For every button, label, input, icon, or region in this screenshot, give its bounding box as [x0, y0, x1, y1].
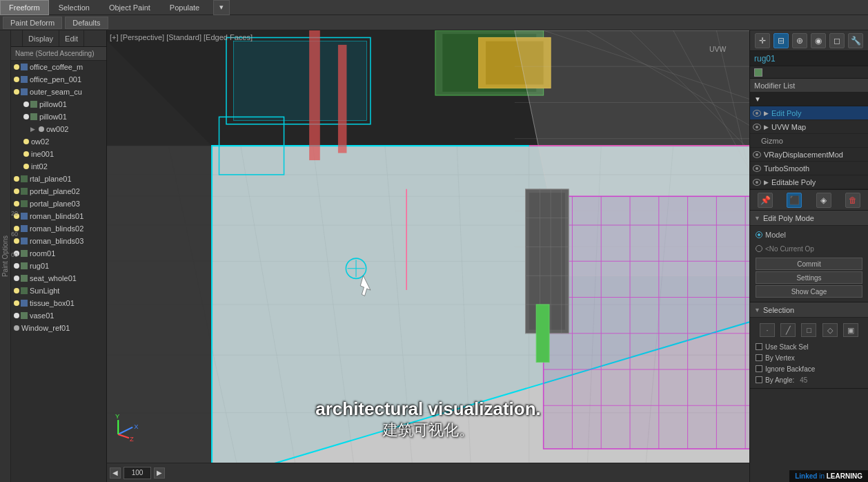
list-item[interactable]: roman_blinds02 [11, 222, 106, 235]
svg-text:X: X [134, 423, 139, 430]
ignore-backface-label: Ignore Backface [765, 365, 815, 373]
list-item[interactable]: int02 [11, 160, 106, 173]
edit-poly-mode-header[interactable]: ▼ Edit Poly Mode [750, 211, 868, 226]
by-vertex-checkbox[interactable] [756, 354, 762, 361]
modifier-dropdown[interactable]: ▼ [750, 93, 868, 106]
svg-text:UVW: UVW [709, 46, 726, 53]
pin-button[interactable]: 📌 [758, 193, 773, 208]
commit-button[interactable]: Commit [756, 258, 862, 270]
extra-icon-button[interactable]: ▾ [213, 0, 230, 15]
value-input[interactable] [124, 467, 151, 479]
modify-icon-button[interactable]: ⊟ [773, 33, 789, 48]
list-item-sunlight[interactable]: rug01 SunLight [11, 285, 106, 297]
populate-button[interactable]: Populate [160, 0, 209, 15]
utilities-icon-button[interactable]: 🔧 [848, 33, 863, 48]
create-icon-button[interactable]: ✛ [755, 33, 770, 48]
list-item[interactable]: portal_plane03 [11, 197, 106, 210]
modifier-vray[interactable]: VRayDisplacementMod [750, 148, 868, 162]
svg-rect-75 [536, 305, 549, 363]
selection-content: · ╱ □ ◇ ▣ Use Stack Sel By Vertex Ignor [750, 318, 868, 389]
edit-poly-mode-content: Model <No Current Op Commit Settings Sho… [750, 226, 868, 302]
model-radio[interactable] [756, 231, 762, 238]
scroll-right-button[interactable]: ▶ [154, 467, 165, 479]
second-toolbar: Paint Deform Defaults [0, 15, 868, 30]
object-paint-button[interactable]: Object Paint [99, 0, 160, 15]
modifier-editable-poly[interactable]: ▶ Editable Poly [750, 175, 868, 189]
color-swatch[interactable] [754, 68, 762, 77]
ignore-backface-checkbox[interactable] [756, 365, 762, 372]
modifier-edit-poly[interactable]: ▶ Edit Poly [750, 106, 868, 120]
list-item[interactable]: roman_blinds03 [11, 235, 106, 247]
tab-edit[interactable]: Edit [59, 30, 84, 46]
object-list[interactable]: office_coffee_m office_pen_001 outer_sea… [11, 61, 106, 482]
svg-rect-27 [338, 45, 347, 153]
eye-icon-edpoly[interactable] [753, 179, 761, 186]
eye-icon-turbo[interactable] [753, 165, 761, 172]
hierarchy-icon-button[interactable]: ⊕ [792, 33, 807, 48]
right-top-icons: ✛ ⊟ ⊕ ◉ ◻ 🔧 [750, 30, 868, 51]
show-result-button[interactable]: ⬛ [787, 193, 802, 208]
list-item[interactable]: room01 [11, 247, 106, 260]
modifier-uvw-map[interactable]: ▶ UVW Map [750, 120, 868, 134]
use-stack-sel-checkbox[interactable] [756, 343, 762, 350]
no-current-radio[interactable] [756, 245, 762, 252]
list-item[interactable]: ▶ ow002 [11, 123, 106, 135]
list-item[interactable]: Window_ref01 [11, 322, 106, 334]
main-layout: Paint Options Display Edit Name (Sorted … [0, 30, 868, 482]
polygon-icon[interactable]: ◇ [822, 323, 838, 337]
element-icon[interactable]: ▣ [843, 323, 858, 337]
defaults-button[interactable]: Defaults [65, 17, 108, 29]
list-header: Name (Sorted Ascending) [11, 47, 106, 61]
selection-button[interactable]: Selection [49, 0, 99, 15]
list-item[interactable]: tissue_box01 [11, 297, 106, 309]
model-label: Model [765, 231, 786, 239]
list-item[interactable]: seat_whole01 [11, 272, 106, 285]
show-cage-button[interactable]: Show Cage [756, 285, 862, 298]
no-current-label: <No Current Op [765, 245, 814, 253]
scroll-left-button[interactable]: ◀ [110, 467, 121, 479]
list-item[interactable]: office_pen_001 [11, 73, 106, 86]
editable-poly-label: Editable Poly [771, 178, 816, 186]
list-item[interactable]: outer_seam_cu [11, 86, 106, 98]
selection-label: Selection [763, 306, 794, 314]
motion-icon-button[interactable]: ◉ [811, 33, 826, 48]
list-item[interactable]: rug01 [11, 260, 106, 272]
uvw-map-label: UVW Map [771, 123, 806, 131]
tab-display[interactable]: Display [23, 30, 59, 46]
svg-text:Z: Z [130, 435, 134, 443]
list-item[interactable]: vase01 [11, 309, 106, 322]
by-angle-checkbox[interactable] [756, 376, 762, 383]
remove-modifier-button[interactable]: 🗑 [845, 193, 860, 208]
list-item[interactable]: pillow01 [11, 98, 106, 110]
viewport[interactable]: X Y Z UVW [+] [Perspective] [Standard] [… [107, 30, 749, 482]
edge-icon[interactable]: ╱ [780, 323, 796, 337]
settings-button[interactable]: Settings [756, 271, 862, 284]
make-unique-button[interactable]: ◈ [816, 193, 831, 208]
selection-header[interactable]: ▼ Selection [750, 302, 868, 318]
eye-icon-edit-poly[interactable] [753, 110, 761, 117]
modifier-turbosmooth[interactable]: TurboSmooth [750, 162, 868, 175]
list-item[interactable]: roman_blinds01 [11, 210, 106, 222]
tab-blank[interactable] [11, 30, 23, 46]
svg-rect-21 [233, 41, 366, 121]
modifier-gizmo[interactable]: Gizmo [750, 134, 868, 148]
paint-deform-button[interactable]: Paint Deform [3, 17, 62, 29]
list-item[interactable]: office_coffee_m [11, 61, 106, 73]
left-panel-tabs: Display Edit [11, 30, 106, 47]
display-icon-button[interactable]: ◻ [829, 33, 845, 48]
eye-icon-uvw[interactable] [753, 124, 761, 131]
by-vertex-label: By Vertex [765, 354, 795, 362]
modifier-buttons-row: 📌 ⬛ ◈ 🗑 [750, 190, 868, 211]
linkedin-badge: Linked in LEARNING [789, 470, 868, 482]
list-item[interactable]: pillow01 [11, 110, 106, 123]
list-item[interactable]: ine001 [11, 148, 106, 160]
edit-poly-mode-label: Edit Poly Mode [763, 214, 814, 222]
list-item[interactable]: portal_plane02 [11, 185, 106, 197]
eye-icon-vray[interactable] [753, 151, 761, 158]
list-item[interactable]: rtal_plane01 [11, 173, 106, 185]
list-item[interactable]: ow02 [11, 135, 106, 148]
vertex-icon[interactable]: · [760, 323, 775, 337]
border-icon[interactable]: □ [801, 323, 816, 337]
freeform-button[interactable]: Freeform [0, 0, 49, 15]
object-name-input[interactable] [750, 51, 868, 66]
